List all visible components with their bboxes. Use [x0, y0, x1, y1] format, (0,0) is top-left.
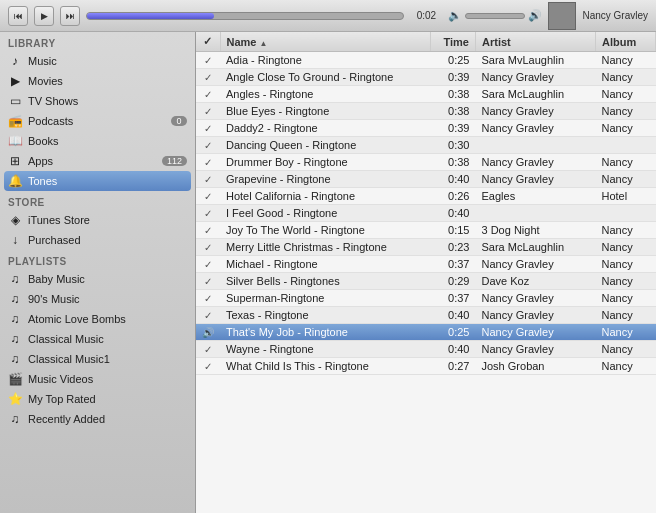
- sidebar-item-apps[interactable]: ⊞ Apps 112: [0, 151, 195, 171]
- row-name[interactable]: Adia - Ringtone: [220, 52, 431, 69]
- table-row[interactable]: ✓Angle Close To Ground - Ringtone0:39Nan…: [196, 69, 656, 86]
- now-playing-thumb: [548, 2, 576, 30]
- row-name[interactable]: Silver Bells - Ringtones: [220, 273, 431, 290]
- table-row[interactable]: 🔊That's My Job - Ringtone0:25Nancy Gravl…: [196, 324, 656, 341]
- row-check[interactable]: ✓: [196, 205, 220, 222]
- sidebar-item-classical-music[interactable]: ♫ Classical Music: [0, 329, 195, 349]
- table-row[interactable]: ✓I Feel Good - Ringtone0:40: [196, 205, 656, 222]
- row-name[interactable]: Joy To The World - Ringtone: [220, 222, 431, 239]
- table-row[interactable]: ✓Daddy2 - Ringtone0:39Nancy GravleyNancy: [196, 120, 656, 137]
- row-artist: 3 Dog Night: [476, 222, 596, 239]
- row-check[interactable]: ✓: [196, 358, 220, 375]
- progress-bar[interactable]: [86, 12, 404, 20]
- sidebar-item-label: Podcasts: [28, 115, 165, 127]
- row-check[interactable]: ✓: [196, 222, 220, 239]
- row-check[interactable]: ✓: [196, 103, 220, 120]
- row-name[interactable]: Hotel California - Ringtone: [220, 188, 431, 205]
- row-artist: Sara McLaughlin: [476, 239, 596, 256]
- progress-fill: [87, 13, 214, 19]
- row-check[interactable]: ✓: [196, 256, 220, 273]
- row-album: Nancy: [596, 52, 656, 69]
- fast-forward-button[interactable]: ⏭: [60, 6, 80, 26]
- row-name[interactable]: Blue Eyes - Ringtone: [220, 103, 431, 120]
- row-name[interactable]: Superman-Ringtone: [220, 290, 431, 307]
- table-row[interactable]: ✓Adia - Ringtone0:25Sara MvLaughlinNancy: [196, 52, 656, 69]
- row-name[interactable]: Dancing Queen - Ringtone: [220, 137, 431, 154]
- movies-icon: ▶: [8, 74, 22, 88]
- col-check-header[interactable]: ✓: [196, 32, 220, 52]
- sidebar-item-purchased[interactable]: ↓ Purchased: [0, 230, 195, 250]
- row-check[interactable]: ✓: [196, 69, 220, 86]
- volume-slider[interactable]: [465, 13, 525, 19]
- table-row[interactable]: ✓Blue Eyes - Ringtone0:38Nancy GravleyNa…: [196, 103, 656, 120]
- row-check[interactable]: ✓: [196, 52, 220, 69]
- table-row[interactable]: ✓Dancing Queen - Ringtone0:30: [196, 137, 656, 154]
- row-check[interactable]: ✓: [196, 86, 220, 103]
- podcasts-icon: 📻: [8, 114, 22, 128]
- table-row[interactable]: ✓Joy To The World - Ringtone0:153 Dog Ni…: [196, 222, 656, 239]
- row-name[interactable]: Wayne - Ringtone: [220, 341, 431, 358]
- sidebar-item-movies[interactable]: ▶ Movies: [0, 71, 195, 91]
- sidebar-item-books[interactable]: 📖 Books: [0, 131, 195, 151]
- sidebar-item-recently-added[interactable]: ♫ Recently Added: [0, 409, 195, 429]
- row-artist: Nancy Gravley: [476, 171, 596, 188]
- row-name[interactable]: I Feel Good - Ringtone: [220, 205, 431, 222]
- sidebar-item-baby-music[interactable]: ♫ Baby Music: [0, 269, 195, 289]
- rewind-button[interactable]: ⏮: [8, 6, 28, 26]
- row-name[interactable]: What Child Is This - Ringtone: [220, 358, 431, 375]
- row-name[interactable]: That's My Job - Ringtone: [220, 324, 431, 341]
- row-name[interactable]: Texas - Ringtone: [220, 307, 431, 324]
- row-name[interactable]: Daddy2 - Ringtone: [220, 120, 431, 137]
- table-row[interactable]: ✓Angles - Ringtone0:38Sara McLaughlinNan…: [196, 86, 656, 103]
- sidebar-item-atomic-love-bombs[interactable]: ♫ Atomic Love Bombs: [0, 309, 195, 329]
- sidebar-item-classical-music1[interactable]: ♫ Classical Music1: [0, 349, 195, 369]
- itunes-icon: ◈: [8, 213, 22, 227]
- row-check[interactable]: ✓: [196, 341, 220, 358]
- table-row[interactable]: ✓Wayne - Ringtone0:40Nancy GravleyNancy: [196, 341, 656, 358]
- table-row[interactable]: ✓Merry Little Christmas - Ringtone0:23Sa…: [196, 239, 656, 256]
- row-check[interactable]: ✓: [196, 120, 220, 137]
- row-check[interactable]: 🔊: [196, 324, 220, 341]
- row-check[interactable]: ✓: [196, 290, 220, 307]
- row-check[interactable]: ✓: [196, 307, 220, 324]
- sidebar-item-label: TV Shows: [28, 95, 187, 107]
- sidebar-item-music[interactable]: ♪ Music: [0, 51, 195, 71]
- row-check[interactable]: ✓: [196, 171, 220, 188]
- table-row[interactable]: ✓Grapevine - Ringtone0:40Nancy GravleyNa…: [196, 171, 656, 188]
- row-check[interactable]: ✓: [196, 137, 220, 154]
- row-time: 0:23: [431, 239, 476, 256]
- row-check[interactable]: ✓: [196, 273, 220, 290]
- sort-arrow-icon: ▲: [260, 39, 268, 48]
- sidebar-item-90s-music[interactable]: ♫ 90's Music: [0, 289, 195, 309]
- row-name[interactable]: Drummer Boy - Ringtone: [220, 154, 431, 171]
- table-row[interactable]: ✓Michael - Ringtone0:37Nancy GravleyNanc…: [196, 256, 656, 273]
- sidebar-item-itunes-store[interactable]: ◈ iTunes Store: [0, 210, 195, 230]
- sidebar-item-podcasts[interactable]: 📻 Podcasts 0: [0, 111, 195, 131]
- col-artist-header[interactable]: Artist: [476, 32, 596, 52]
- row-check[interactable]: ✓: [196, 188, 220, 205]
- row-check[interactable]: ✓: [196, 239, 220, 256]
- sidebar-item-tv-shows[interactable]: ▭ TV Shows: [0, 91, 195, 111]
- row-album: [596, 205, 656, 222]
- table-row[interactable]: ✓Silver Bells - Ringtones0:29Dave KozNan…: [196, 273, 656, 290]
- row-name[interactable]: Angle Close To Ground - Ringtone: [220, 69, 431, 86]
- table-row[interactable]: ✓Hotel California - Ringtone0:26EaglesHo…: [196, 188, 656, 205]
- table-row[interactable]: ✓Drummer Boy - Ringtone0:38Nancy Gravley…: [196, 154, 656, 171]
- row-check[interactable]: ✓: [196, 154, 220, 171]
- table-row[interactable]: ✓Texas - Ringtone0:40Nancy GravleyNancy: [196, 307, 656, 324]
- row-time: 0:40: [431, 341, 476, 358]
- play-button[interactable]: ▶: [34, 6, 54, 26]
- col-name-header[interactable]: Name ▲: [220, 32, 431, 52]
- sidebar-item-tones[interactable]: 🔔 Tones: [4, 171, 191, 191]
- table-row[interactable]: ✓What Child Is This - Ringtone0:27Josh G…: [196, 358, 656, 375]
- col-album-header[interactable]: Album: [596, 32, 656, 52]
- table-row[interactable]: ✓Superman-Ringtone0:37Nancy GravleyNancy: [196, 290, 656, 307]
- row-name[interactable]: Grapevine - Ringtone: [220, 171, 431, 188]
- col-time-header[interactable]: Time: [431, 32, 476, 52]
- row-name[interactable]: Merry Little Christmas - Ringtone: [220, 239, 431, 256]
- row-name[interactable]: Angles - Ringtone: [220, 86, 431, 103]
- sidebar-item-music-videos[interactable]: 🎬 Music Videos: [0, 369, 195, 389]
- apps-icon: ⊞: [8, 154, 22, 168]
- sidebar-item-my-top-rated[interactable]: ⭐ My Top Rated: [0, 389, 195, 409]
- row-name[interactable]: Michael - Ringtone: [220, 256, 431, 273]
